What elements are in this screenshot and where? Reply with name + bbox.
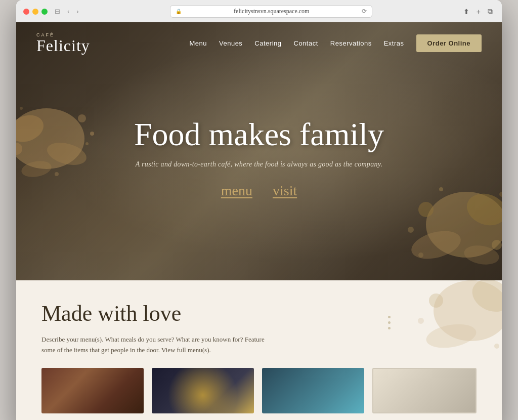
- nav-link-catering[interactable]: Catering: [254, 39, 281, 47]
- dot-1: [388, 316, 391, 318]
- url-text: felicitystnsvn.squarespace.com: [185, 8, 359, 15]
- hero-menu-link[interactable]: menu: [221, 183, 252, 199]
- forward-button[interactable]: ›: [74, 7, 80, 16]
- nav-item-reservations[interactable]: Reservations: [330, 38, 372, 48]
- hero-section: CAFÉ Felicity Menu Venues Catering Conta…: [16, 22, 502, 280]
- food-image-2[interactable]: [152, 368, 254, 413]
- hero-content: Food makes family A rustic and down-to-e…: [65, 117, 453, 199]
- nav-link-extras[interactable]: Extras: [384, 39, 404, 47]
- back-button[interactable]: ‹: [65, 7, 71, 16]
- new-tab-button[interactable]: +: [474, 6, 483, 17]
- made-with-love-description: Describe your menu(s). What meals do you…: [41, 334, 269, 356]
- address-bar[interactable]: 🔒 felicitystnsvn.squarespace.com ⟳: [170, 5, 372, 18]
- nav-item-menu[interactable]: Menu: [189, 38, 207, 48]
- svg-point-14: [418, 202, 434, 217]
- browser-window: ⊟ ‹ › 🔒 felicitystnsvn.squarespace.com ⟳…: [16, 0, 502, 420]
- share-button[interactable]: ⬆: [461, 6, 471, 17]
- sidebar-toggle-button[interactable]: ⊟: [53, 7, 62, 16]
- browser-chrome: ⊟ ‹ › 🔒 felicitystnsvn.squarespace.com ⟳…: [16, 0, 502, 22]
- svg-point-15: [492, 240, 502, 250]
- nav-link-venues[interactable]: Venues: [219, 39, 242, 47]
- browser-controls: ⊟ ‹ ›: [53, 7, 81, 16]
- nav-link-contact[interactable]: Contact: [294, 39, 318, 47]
- food-images-row: [41, 368, 477, 413]
- reload-icon[interactable]: ⟳: [362, 8, 367, 15]
- svg-point-10: [55, 172, 59, 176]
- traffic-lights: [23, 9, 48, 15]
- nav-link-menu[interactable]: Menu: [189, 39, 207, 47]
- food-image-1[interactable]: [41, 368, 144, 413]
- dot-2: [388, 321, 391, 324]
- food-image-3[interactable]: [262, 368, 364, 413]
- nav-item-venues[interactable]: Venues: [219, 38, 242, 48]
- svg-point-17: [408, 227, 414, 233]
- svg-point-9: [20, 107, 23, 110]
- lower-section: Made with love Describe your menu(s). Wh…: [16, 280, 502, 420]
- nav-menu: Menu Venues Catering Contact Reservation…: [189, 38, 482, 48]
- browser-actions: ⬆ + ⧉: [461, 6, 495, 17]
- windows-button[interactable]: ⧉: [486, 6, 495, 17]
- hero-title: Food makes family: [65, 117, 453, 152]
- minimize-button[interactable]: [32, 9, 38, 15]
- nav-item-order[interactable]: Order Online: [416, 38, 482, 48]
- lock-icon: 🔒: [176, 9, 182, 14]
- nav-item-extras[interactable]: Extras: [384, 38, 404, 48]
- maximize-button[interactable]: [41, 9, 48, 15]
- dot-3: [388, 327, 391, 329]
- food-image-4[interactable]: [372, 368, 477, 413]
- site-navigation: CAFÉ Felicity Menu Venues Catering Conta…: [16, 22, 502, 64]
- svg-point-26: [418, 318, 424, 324]
- website-content: CAFÉ Felicity Menu Venues Catering Conta…: [16, 22, 502, 420]
- svg-point-18: [499, 192, 502, 197]
- dots-decoration: [388, 316, 391, 329]
- lower-paint-splash: [411, 280, 502, 356]
- nav-item-contact[interactable]: Contact: [294, 38, 318, 48]
- close-button[interactable]: [23, 9, 29, 15]
- site-logo[interactable]: CAFÉ Felicity: [36, 32, 90, 54]
- nav-link-reservations[interactable]: Reservations: [330, 39, 372, 47]
- hero-cta-links: menu visit: [65, 183, 453, 199]
- hero-visit-link[interactable]: visit: [273, 183, 297, 199]
- nav-order-online-button[interactable]: Order Online: [416, 34, 482, 52]
- svg-point-24: [429, 293, 443, 308]
- svg-point-20: [418, 253, 423, 258]
- logo-name: Felicity: [36, 37, 90, 54]
- svg-point-27: [494, 344, 499, 349]
- hero-subtitle: A rustic and down-to-earth café, where t…: [65, 160, 453, 169]
- nav-item-catering[interactable]: Catering: [254, 38, 281, 48]
